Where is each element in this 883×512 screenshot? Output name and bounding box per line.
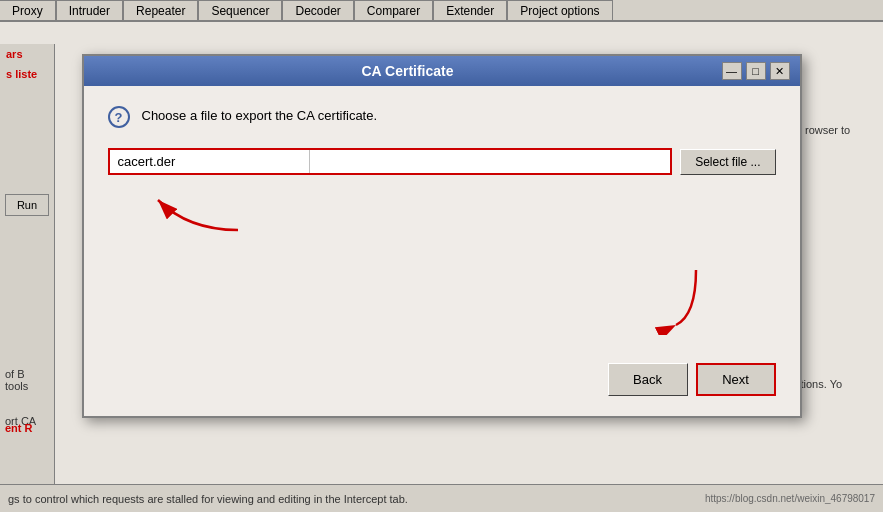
ca-certificate-dialog: CA Certificate — □ ✕ ? Choose a fil — [82, 54, 802, 418]
close-icon: ✕ — [775, 65, 784, 78]
maximize-icon: □ — [752, 65, 759, 77]
next-button[interactable]: Next — [696, 363, 776, 396]
annotation-arrow-next — [636, 265, 716, 335]
modal-overlay: CA Certificate — □ ✕ ? Choose a fil — [0, 0, 883, 512]
dialog-controls: — □ ✕ — [722, 62, 790, 80]
dialog-titlebar: CA Certificate — □ ✕ — [84, 56, 800, 86]
minimize-icon: — — [726, 65, 737, 77]
file-input-row: Select file ... — [108, 148, 776, 175]
info-icon: ? — [108, 106, 130, 128]
select-file-button[interactable]: Select file ... — [680, 149, 775, 175]
dialog-footer: Back Next — [108, 355, 776, 400]
annotation-arrow-left — [138, 180, 258, 240]
file-path-input[interactable] — [310, 150, 671, 173]
dialog-title: CA Certificate — [94, 63, 722, 79]
dialog-content: ? Choose a file to export the CA certifi… — [84, 86, 800, 416]
file-input-container — [108, 148, 673, 175]
instruction-text: Choose a file to export the CA certifica… — [142, 106, 378, 123]
maximize-button[interactable]: □ — [746, 62, 766, 80]
file-name-input[interactable] — [110, 150, 310, 173]
dialog-instruction-row: ? Choose a file to export the CA certifi… — [108, 106, 776, 128]
back-button[interactable]: Back — [608, 363, 688, 396]
minimize-button[interactable]: — — [722, 62, 742, 80]
close-button[interactable]: ✕ — [770, 62, 790, 80]
